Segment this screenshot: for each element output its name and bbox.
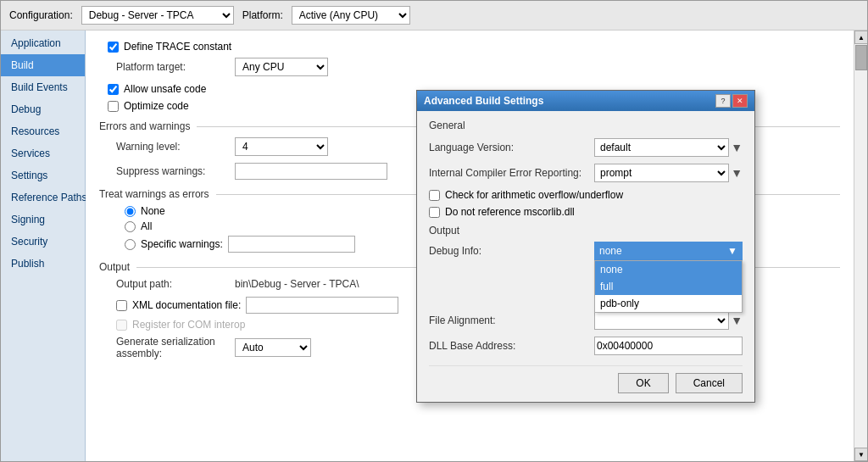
sidebar-item-debug[interactable]: Debug xyxy=(1,98,85,120)
configuration-select[interactable]: Debug - Server - TPCA xyxy=(81,6,234,25)
main-panel: Define TRACE constant Platform target: A… xyxy=(86,31,854,461)
dialog-mscorlib-checkbox[interactable] xyxy=(429,207,440,218)
warning-level-select[interactable]: 4 xyxy=(235,137,328,156)
define-trace-label: Define TRACE constant xyxy=(124,41,231,53)
dialog-language-version-select[interactable]: default xyxy=(594,138,729,157)
dialog-close-button[interactable]: ✕ xyxy=(732,94,748,108)
dialog-dll-base-label: DLL Base Address: xyxy=(429,340,594,352)
radio-all[interactable] xyxy=(125,221,136,232)
output-path-label: Output path: xyxy=(116,278,235,290)
dialog-title: Advanced Build Settings xyxy=(424,95,543,107)
dialog-arithmetic-row: Check for arithmetic overflow/underflow xyxy=(429,189,743,201)
radio-none-label: None xyxy=(141,205,165,217)
advanced-build-dialog: Advanced Build Settings ? ✕ General Lang… xyxy=(416,90,755,403)
sidebar-item-services[interactable]: Services xyxy=(1,142,85,164)
platform-target-row: Platform target: Any CPU xyxy=(99,58,840,76)
optimize-code-checkbox[interactable] xyxy=(108,101,119,112)
dialog-file-alignment-row: File Alignment: ▼ xyxy=(429,311,743,330)
main-scrollbar[interactable]: ▲ ▼ xyxy=(854,31,867,461)
top-bar: Configuration: Debug - Server - TPCA Pla… xyxy=(1,1,867,31)
main-window: Configuration: Debug - Server - TPCA Pla… xyxy=(0,0,868,462)
platform-label: Platform: xyxy=(242,9,283,21)
debug-option-none[interactable]: none xyxy=(595,261,742,278)
radio-specific[interactable] xyxy=(125,239,136,250)
configuration-label: Configuration: xyxy=(9,9,73,21)
debug-info-dropdown-container: none ▼ none full pdb-only xyxy=(594,242,743,260)
scroll-thumb[interactable] xyxy=(855,45,867,70)
output-path-value: bin\Debug - Server - TPCA\ xyxy=(235,278,359,290)
gen-serialization-select[interactable]: Auto xyxy=(235,338,311,357)
xml-doc-checkbox[interactable] xyxy=(116,300,127,311)
xml-doc-label: XML documentation file: xyxy=(132,299,241,311)
sidebar-item-application[interactable]: Application xyxy=(1,32,85,54)
dialog-dll-base-row: DLL Base Address: xyxy=(429,337,743,355)
radio-specific-label: Specific warnings: xyxy=(141,238,223,250)
debug-info-dropdown-list: none full pdb-only xyxy=(594,260,743,313)
allow-unsafe-label: Allow unsafe code xyxy=(124,83,206,95)
sidebar: Application Build Build Events Debug Res… xyxy=(1,31,86,461)
sidebar-item-signing[interactable]: Signing xyxy=(1,209,85,231)
dialog-buttons: OK Cancel xyxy=(429,365,743,393)
define-trace-checkbox[interactable] xyxy=(108,42,119,53)
dialog-output-section: Output xyxy=(429,225,743,237)
sidebar-item-publish[interactable]: Publish xyxy=(1,253,85,275)
debug-info-dropdown-arrow: ▼ xyxy=(727,245,737,257)
sidebar-item-security[interactable]: Security xyxy=(1,231,85,253)
sidebar-item-settings[interactable]: Settings xyxy=(1,164,85,186)
dialog-language-version-row: Language Version: default ▼ xyxy=(429,138,743,157)
debug-option-full[interactable]: full xyxy=(595,278,742,295)
dialog-title-buttons: ? ✕ xyxy=(715,94,748,108)
sidebar-item-build-events[interactable]: Build Events xyxy=(1,76,85,98)
dialog-mscorlib-label: Do not reference mscorlib.dll xyxy=(445,206,575,218)
platform-target-select[interactable]: Any CPU xyxy=(235,58,328,76)
dialog-general-section: General xyxy=(429,120,743,131)
dialog-ok-button[interactable]: OK xyxy=(618,373,668,393)
dialog-content: General Language Version: default ▼ Inte… xyxy=(417,111,754,402)
dialog-dll-base-input[interactable] xyxy=(594,337,743,355)
dialog-debug-info-label: Debug Info: xyxy=(429,245,594,257)
define-trace-row: Define TRACE constant xyxy=(99,41,840,53)
suppress-warnings-label: Suppress warnings: xyxy=(116,165,235,177)
register-com-label: Register for COM interop xyxy=(132,319,245,331)
warning-level-label: Warning level: xyxy=(116,141,235,153)
dialog-language-version-label: Language Version: xyxy=(429,142,594,153)
dialog-mscorlib-row: Do not reference mscorlib.dll xyxy=(429,206,743,218)
sidebar-item-resources[interactable]: Resources xyxy=(1,120,85,142)
platform-select[interactable]: Active (Any CPU) xyxy=(292,6,410,25)
dialog-arithmetic-label: Check for arithmetic overflow/underflow xyxy=(445,189,623,201)
optimize-code-label: Optimize code xyxy=(124,100,189,112)
radio-all-label: All xyxy=(141,220,152,232)
debug-info-selected[interactable]: none ▼ xyxy=(594,242,743,260)
specific-warnings-input[interactable] xyxy=(228,236,355,253)
dialog-file-alignment-select[interactable] xyxy=(594,311,729,330)
sidebar-item-reference-paths[interactable]: Reference Paths xyxy=(1,186,85,209)
scroll-down-button[interactable]: ▼ xyxy=(854,448,867,461)
content-area: Application Build Build Events Debug Res… xyxy=(1,31,867,461)
scroll-track xyxy=(854,44,867,448)
xml-doc-input[interactable] xyxy=(246,297,398,314)
dialog-arithmetic-checkbox[interactable] xyxy=(429,190,440,201)
dialog-compiler-error-row: Internal Compiler Error Reporting: promp… xyxy=(429,164,743,182)
dialog-help-button[interactable]: ? xyxy=(715,94,731,108)
debug-option-pdb-only[interactable]: pdb-only xyxy=(595,295,742,312)
allow-unsafe-checkbox[interactable] xyxy=(108,84,119,95)
gen-serialization-label: Generate serialization assembly: xyxy=(116,336,235,359)
dialog-debug-info-row: Debug Info: none ▼ none full pdb-only xyxy=(429,242,743,260)
dialog-compiler-error-select[interactable]: prompt xyxy=(594,164,729,182)
debug-info-selected-value: none xyxy=(599,245,622,257)
register-com-checkbox[interactable] xyxy=(116,320,127,331)
platform-target-label: Platform target: xyxy=(116,61,235,73)
sidebar-item-build[interactable]: Build xyxy=(1,54,85,76)
radio-none[interactable] xyxy=(125,206,136,217)
dialog-cancel-button[interactable]: Cancel xyxy=(676,373,743,393)
dialog-file-alignment-label: File Alignment: xyxy=(429,314,594,326)
dialog-titlebar: Advanced Build Settings ? ✕ xyxy=(417,91,754,111)
dialog-compiler-error-label: Internal Compiler Error Reporting: xyxy=(429,167,594,179)
suppress-warnings-input[interactable] xyxy=(235,163,387,180)
scroll-up-button[interactable]: ▲ xyxy=(854,31,867,44)
